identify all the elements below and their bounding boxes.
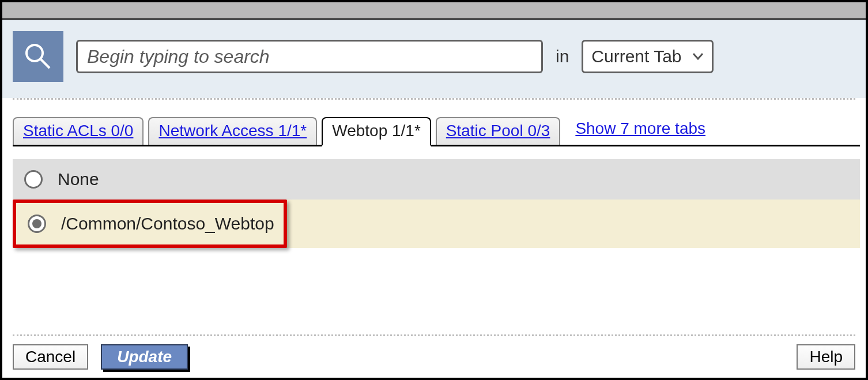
search-bar: in Current Tab <box>2 20 866 98</box>
option-row-none[interactable]: None <box>13 159 860 200</box>
show-more-tabs-link[interactable]: Show 7 more tabs <box>565 116 711 145</box>
svg-point-0 <box>27 45 43 61</box>
tab-static-pool[interactable]: Static Pool 0/3 <box>436 117 561 145</box>
tab-webtop[interactable]: Webtop 1/1* <box>322 117 431 146</box>
tabs-row: Static ACLs 0/0 Network Access 1/1* Webt… <box>13 116 860 146</box>
option-row-contoso-webtop[interactable]: /Common/Contoso_Webtop <box>13 200 287 248</box>
titlebar[interactable] <box>2 2 866 20</box>
search-input[interactable] <box>76 40 543 73</box>
footer: Cancel Update Help <box>2 336 866 378</box>
search-scope-select[interactable]: Current Tab <box>582 40 713 73</box>
option-row-wrap: /Common/Contoso_Webtop <box>13 200 860 248</box>
radio-contoso-webtop[interactable] <box>28 215 46 233</box>
tab-label: Webtop 1/1* <box>332 122 421 140</box>
tab-label: Network Access 1/1* <box>158 122 307 140</box>
search-button[interactable] <box>13 31 63 82</box>
dialog-window: in Current Tab Static ACLs 0/0 Network A… <box>0 0 868 380</box>
help-button[interactable]: Help <box>797 344 855 370</box>
radio-none[interactable] <box>24 170 43 189</box>
radio-dot-icon <box>32 219 41 228</box>
option-label: None <box>58 170 99 189</box>
tab-network-access[interactable]: Network Access 1/1* <box>148 117 317 145</box>
tab-static-acls[interactable]: Static ACLs 0/0 <box>13 117 144 145</box>
tab-label: Static Pool 0/3 <box>446 122 550 140</box>
cancel-button[interactable]: Cancel <box>13 344 88 370</box>
search-in-label: in <box>556 47 569 66</box>
tabs-area: Static ACLs 0/0 Network Access 1/1* Webt… <box>2 100 866 248</box>
chevron-down-icon <box>692 49 704 64</box>
search-scope-value: Current Tab <box>591 47 681 66</box>
search-icon <box>22 40 54 73</box>
options-list: None /Common/Contoso_Webtop <box>13 159 860 248</box>
tab-label: Static ACLs 0/0 <box>23 122 133 140</box>
option-label: /Common/Contoso_Webtop <box>61 214 274 234</box>
svg-line-1 <box>41 59 50 68</box>
update-button[interactable]: Update <box>101 344 188 370</box>
